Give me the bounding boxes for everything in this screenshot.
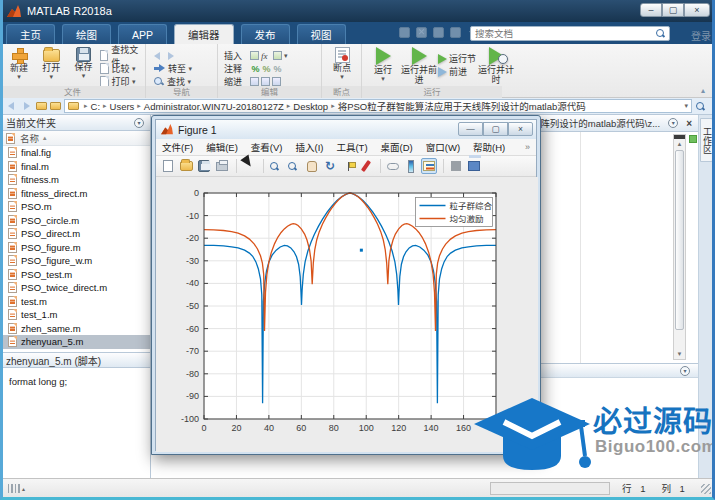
- pan-icon[interactable]: [304, 158, 320, 174]
- file-row[interactable]: PSO_figure_w.m: [0, 254, 150, 268]
- signin-link[interactable]: 登录: [691, 28, 711, 43]
- new-figure-icon[interactable]: [160, 158, 176, 174]
- figure-menu-item[interactable]: 工具(T): [336, 140, 367, 154]
- advance-button[interactable]: 前进: [438, 65, 476, 78]
- path-segment[interactable]: Users: [110, 101, 135, 112]
- file-row[interactable]: PSO_circle.m: [0, 214, 150, 228]
- path-segment[interactable]: Administrator.WIN7U-20180127Z: [144, 101, 284, 112]
- file-row[interactable]: test.m: [0, 295, 150, 309]
- edit-cursor-icon[interactable]: [241, 158, 257, 174]
- insert-fx-icon[interactable]: fx: [261, 51, 273, 61]
- figure-menu-item[interactable]: 编辑(E): [206, 140, 238, 154]
- search-input[interactable]: [471, 28, 656, 39]
- figure-title-bar[interactable]: Figure 1 — ▢ ×: [156, 120, 536, 139]
- ribbon-collapse-icon[interactable]: ▴: [701, 86, 705, 95]
- brush-icon[interactable]: [358, 158, 374, 174]
- paste-icon[interactable]: [449, 26, 462, 39]
- find-files-button[interactable]: 查找文件: [100, 49, 145, 62]
- figure-menu-item[interactable]: 文件(F): [162, 140, 193, 154]
- datacursor-icon[interactable]: [340, 158, 356, 174]
- breakpoints-button[interactable]: 断点▾: [325, 46, 359, 80]
- run-advance-button[interactable]: 运行并前进: [400, 46, 438, 85]
- up-folder-icon[interactable]: [36, 102, 47, 110]
- save-button[interactable]: 保存▾: [67, 46, 99, 88]
- zoom-out-icon[interactable]: [286, 158, 302, 174]
- scrollbar-thumb[interactable]: [675, 150, 684, 330]
- file-row[interactable]: PSO.m: [0, 200, 150, 214]
- editor-scrollbar[interactable]: ▲ ▼: [673, 134, 686, 360]
- path-segment[interactable]: C:: [91, 101, 101, 112]
- rotate3d-icon[interactable]: ↻: [322, 158, 338, 174]
- doc-search-box[interactable]: [470, 26, 670, 41]
- panel-menu-icon[interactable]: ▾: [134, 118, 144, 128]
- ribbon-tab-2[interactable]: APP: [118, 24, 167, 44]
- figure-menu-item[interactable]: 查看(V): [251, 140, 283, 154]
- window-dock-icon[interactable]: [466, 158, 482, 174]
- file-row[interactable]: final.fig: [0, 146, 150, 160]
- file-row[interactable]: fitness_direct.m: [0, 187, 150, 201]
- chart-svg[interactable]: 0204060801001201401601800-10-20-30-40-50…: [156, 177, 538, 452]
- minimize-button[interactable]: –: [640, 3, 662, 17]
- cut-icon[interactable]: ✕: [415, 26, 428, 39]
- path-field[interactable]: ▸ C:▸Users▸Administrator.WIN7U-20180127Z…: [64, 99, 692, 113]
- run-section-button[interactable]: 运行节: [438, 52, 476, 65]
- run-time-button[interactable]: 运行并计时: [476, 46, 516, 85]
- path-segment[interactable]: 将PSO粒子群智能算法应用于天线阵列设计的matlab源代码: [338, 99, 586, 113]
- editor-close-icon[interactable]: ×: [686, 118, 692, 129]
- figure-menu-item[interactable]: 帮助(H): [473, 140, 505, 154]
- figure-maximize-button[interactable]: ▢: [483, 122, 508, 136]
- forward-icon[interactable]: [164, 52, 174, 60]
- open-file-icon[interactable]: [178, 158, 194, 174]
- file-row[interactable]: PSO_test.m: [0, 268, 150, 282]
- open-button[interactable]: 打开▾: [35, 46, 67, 88]
- figure-close-button[interactable]: ×: [508, 122, 533, 136]
- ribbon-tab-0[interactable]: 主页: [6, 24, 55, 44]
- insert-image-icon[interactable]: [273, 51, 282, 60]
- goto-button[interactable]: 转至 ▾: [154, 62, 217, 75]
- insert-section-icon[interactable]: [250, 51, 259, 60]
- maximize-button[interactable]: ▢: [662, 3, 684, 17]
- file-row[interactable]: zhen_same.m: [0, 322, 150, 336]
- editor-menu-icon[interactable]: ▾: [668, 118, 678, 128]
- print-figure-icon[interactable]: [214, 158, 230, 174]
- save-icon[interactable]: [398, 26, 411, 39]
- path-segment[interactable]: Desktop: [293, 101, 328, 112]
- name-column-header[interactable]: 名称 ▲: [0, 131, 150, 146]
- comment-icon[interactable]: %: [250, 64, 261, 74]
- close-button[interactable]: ×: [684, 3, 710, 17]
- search-icon[interactable]: [656, 29, 665, 38]
- addr-forward-icon[interactable]: [20, 102, 30, 110]
- insert-colorbar-icon[interactable]: [403, 158, 419, 174]
- dock-icon[interactable]: [448, 158, 464, 174]
- browse-folder-icon[interactable]: [50, 102, 61, 110]
- file-row[interactable]: final.m: [0, 160, 150, 174]
- indent-right-icon[interactable]: [272, 77, 281, 86]
- run-button[interactable]: 运行▾: [366, 46, 400, 85]
- ribbon-tab-1[interactable]: 绘图: [62, 24, 111, 44]
- indent-left-icon[interactable]: [261, 77, 270, 86]
- addr-back-icon[interactable]: [8, 102, 18, 110]
- copy-icon[interactable]: [432, 26, 445, 39]
- link-plot-icon[interactable]: [385, 158, 401, 174]
- figure-menu-item[interactable]: 桌面(D): [381, 140, 413, 154]
- ribbon-tab-5[interactable]: 视图: [297, 24, 346, 44]
- ribbon-tab-4[interactable]: 发布: [241, 24, 290, 44]
- insert-legend-icon[interactable]: [421, 158, 437, 174]
- new-button[interactable]: 新建▾: [3, 46, 35, 88]
- addr-search-icon[interactable]: [696, 102, 705, 111]
- ribbon-tab-3[interactable]: 编辑器: [174, 24, 234, 44]
- back-icon[interactable]: [154, 52, 164, 60]
- uncomment-icon[interactable]: %: [261, 64, 272, 74]
- bottom-panel-menu-icon[interactable]: ▾: [680, 366, 690, 376]
- figure-menu-item[interactable]: 窗口(W): [426, 140, 460, 154]
- smart-indent-icon[interactable]: [250, 77, 259, 86]
- menu-overflow-icon[interactable]: »: [525, 142, 530, 152]
- file-row[interactable]: zhenyuan_5.m: [0, 335, 150, 349]
- file-row[interactable]: PSO_twice_direct.m: [0, 281, 150, 295]
- file-row[interactable]: fitness.m: [0, 173, 150, 187]
- figure-minimize-button[interactable]: —: [458, 122, 483, 136]
- compare-button[interactable]: 比较 ▾: [100, 62, 145, 75]
- path-dropdown-icon[interactable]: ▾: [684, 102, 688, 110]
- file-row[interactable]: PSO_direct.m: [0, 227, 150, 241]
- file-row[interactable]: PSO_figure.m: [0, 241, 150, 255]
